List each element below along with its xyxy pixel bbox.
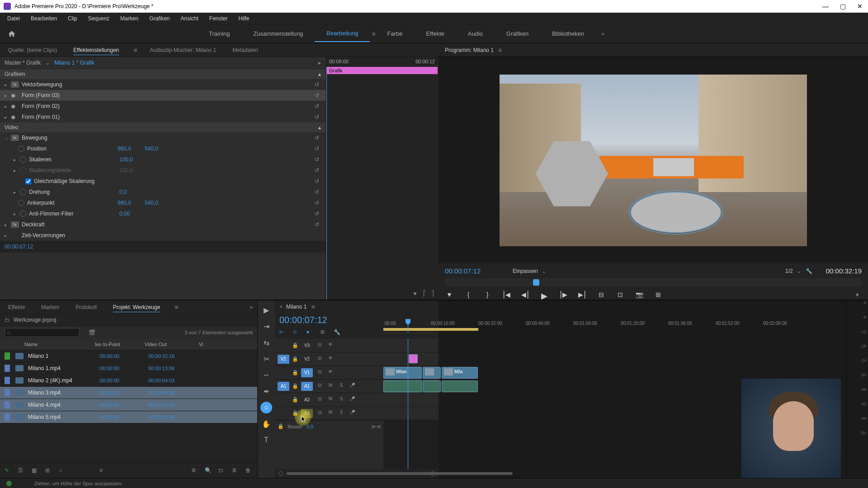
track-select-tool[interactable]: ⇥: [260, 320, 272, 332]
item-outpoint[interactable]: 00:00:04:03: [148, 378, 203, 383]
reset-icon[interactable]: ↺: [313, 221, 321, 228]
eye-icon[interactable]: 👁: [326, 369, 335, 376]
pen-tool[interactable]: ✒: [260, 385, 272, 397]
go-to-out-button[interactable]: ▶⎮: [578, 291, 587, 300]
lift-button[interactable]: ⊟: [597, 291, 606, 300]
audio-clip3[interactable]: [442, 380, 478, 392]
timeline-ruler[interactable]: :00:0000:00:16:0000:00:32:0000:00:48:000…: [383, 319, 439, 333]
tab-metadaten[interactable]: Metadaten: [229, 44, 262, 56]
clip-milano1[interactable]: Milan: [383, 367, 422, 379]
sync-lock-icon[interactable]: ⊟: [316, 356, 324, 363]
workspace-farbe[interactable]: Farbe: [376, 26, 415, 42]
tab-effekteinstellungen[interactable]: Effekteinstellungen: [70, 44, 123, 56]
menu-marken[interactable]: Marken: [116, 14, 143, 23]
reset-icon[interactable]: ↺: [313, 156, 321, 163]
sequence-name[interactable]: Milano 1: [286, 304, 307, 310]
in-icon[interactable]: ⎡: [423, 291, 426, 297]
overflow-icon[interactable]: »: [250, 304, 253, 310]
workspace-training[interactable]: Training: [197, 26, 241, 42]
playhead[interactable]: [408, 319, 408, 333]
voice-over-icon[interactable]: 🎤: [348, 410, 356, 417]
play-icon[interactable]: ▸: [318, 60, 321, 66]
comparison-view-button[interactable]: ⊞: [654, 291, 663, 300]
tab-effekte[interactable]: Effekte: [5, 301, 28, 313]
position-y-value[interactable]: 540,0: [145, 145, 158, 152]
project-item-row[interactable]: Milano 5.mp4 :00:00:00 00:00:10:00: [0, 411, 257, 423]
scrubber-handle[interactable]: [533, 279, 539, 286]
keyframe-toggle[interactable]: [18, 145, 24, 152]
menu-hilfe[interactable]: Hilfe: [234, 14, 254, 23]
program-scrubber[interactable]: [445, 278, 862, 286]
keyframe-toggle[interactable]: [20, 211, 26, 217]
chevron-down-icon[interactable]: ⌄: [797, 268, 801, 274]
zoom-out-icon[interactable]: [278, 471, 283, 476]
ec-grafik-bar[interactable]: Grafik: [326, 67, 438, 74]
item-inpoint[interactable]: :00:00:00: [99, 414, 148, 420]
chevron-down-icon[interactable]: ⌄: [542, 268, 546, 274]
ec-form01[interactable]: Form (Form 01): [22, 114, 112, 120]
collapse-icon[interactable]: ▴: [318, 124, 321, 131]
timeline-timecode[interactable]: 00:00:07:12: [275, 313, 383, 327]
work-area-bar[interactable]: [383, 328, 478, 331]
project-item-row[interactable]: Milano 1.mp4 :00:00:00 00:00:13:08: [0, 362, 257, 375]
audio-clip1[interactable]: [383, 380, 422, 392]
resolution-dropdown[interactable]: 1/2: [785, 268, 793, 274]
keyframe-toggle[interactable]: [20, 156, 26, 163]
track-v2[interactable]: V2: [301, 355, 313, 364]
lock-icon[interactable]: 🔒: [292, 370, 298, 375]
label-color[interactable]: [5, 413, 10, 421]
menu-datei[interactable]: Datei: [3, 14, 24, 23]
twirl-icon[interactable]: ▸: [5, 233, 11, 238]
twirl-icon[interactable]: ▸: [5, 104, 11, 109]
fit-dropdown[interactable]: Einpassen: [513, 268, 538, 274]
go-to-in-button[interactable]: ⎮◀: [502, 291, 511, 300]
clip-cut[interactable]: [423, 367, 441, 379]
reset-icon[interactable]: ↺: [313, 92, 321, 99]
label-color[interactable]: [5, 365, 10, 372]
step-forward-button[interactable]: ⎮▶: [559, 291, 568, 300]
voice-over-icon[interactable]: 🎤: [348, 396, 356, 404]
item-inpoint[interactable]: :00:00:00: [99, 402, 148, 408]
snap-icon[interactable]: ⊢: [279, 329, 288, 337]
reset-icon[interactable]: ↺: [313, 189, 321, 195]
chevron-down-icon[interactable]: ⌄: [45, 60, 50, 66]
item-inpoint[interactable]: :00:00,00: [99, 390, 148, 395]
item-inpoint[interactable]: :00:00:00: [99, 378, 148, 383]
rectangle-shape[interactable]: [653, 158, 694, 176]
program-menu-icon[interactable]: ≡: [498, 47, 502, 54]
project-item-row[interactable]: Milano 1 :00:00:00 00:00:32:18: [0, 350, 257, 362]
play-button[interactable]: ▶: [540, 291, 549, 300]
icon-view-icon[interactable]: ▦: [32, 467, 39, 474]
timeline-content[interactable]: Milan Mila: [383, 339, 439, 469]
razor-tool[interactable]: ✂: [260, 353, 272, 365]
ec-zeitverzerrungen[interactable]: Zeit-Verzerrungen: [22, 232, 112, 239]
col-vi[interactable]: Vi: [199, 342, 217, 347]
slip-tool[interactable]: ↔: [260, 369, 272, 381]
track-v3[interactable]: V3: [301, 341, 313, 350]
master-value[interactable]: 0,0: [307, 424, 313, 429]
settings-icon[interactable]: ⚙: [320, 329, 328, 337]
mark-out-button[interactable]: }: [483, 291, 492, 300]
label-color[interactable]: [5, 401, 10, 408]
lock-icon[interactable]: 🔒: [292, 397, 298, 403]
reset-icon[interactable]: ↺: [313, 167, 321, 174]
mute-button[interactable]: M: [326, 396, 335, 404]
eye-icon[interactable]: ◉: [11, 92, 19, 99]
tab-audiomixer[interactable]: Audioclip-Mischer: Milano 1: [146, 44, 220, 56]
mark-in-button[interactable]: {: [464, 291, 473, 300]
reset-icon[interactable]: ↺: [313, 178, 321, 184]
ec-form02[interactable]: Form (Form 02): [22, 103, 112, 109]
collapse-icon[interactable]: ▴: [318, 71, 321, 77]
item-outpoint[interactable]: 00:00:10:13: [148, 402, 203, 408]
ec-bewegung[interactable]: Bewegung: [22, 135, 112, 141]
label-color[interactable]: [5, 389, 10, 396]
type-tool[interactable]: T: [260, 434, 272, 446]
item-outpoint[interactable]: 00:00:13:08: [148, 366, 203, 371]
menu-sequenz[interactable]: Sequenz: [84, 14, 114, 23]
label-color[interactable]: [5, 352, 10, 360]
track-a3[interactable]: A3: [301, 409, 313, 418]
menu-clip[interactable]: Clip: [63, 14, 82, 23]
collapse-icon[interactable]: ⊳⊲: [372, 423, 381, 430]
keyframe-toggle[interactable]: [20, 189, 26, 195]
item-outpoint[interactable]: 00:00:32:18: [148, 353, 203, 359]
